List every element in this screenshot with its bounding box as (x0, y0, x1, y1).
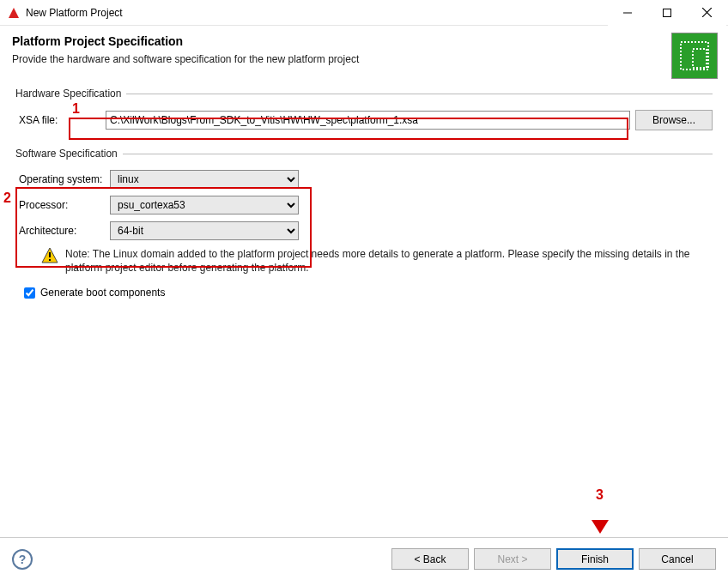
note-text: Note: The Linux domain added to the plat… (65, 247, 713, 275)
platform-icon (671, 33, 718, 79)
maximize-button[interactable] (647, 0, 687, 26)
close-button[interactable] (687, 0, 726, 26)
warning-icon (41, 247, 58, 264)
annotation-2: 2 (3, 190, 11, 206)
os-select[interactable]: linux (110, 170, 299, 189)
dialog-header: Platform Project Specification Provide t… (0, 26, 728, 76)
dialog-footer: ? < Back Next > Finish Cancel (0, 537, 728, 580)
generate-boot-checkbox[interactable] (24, 287, 35, 299)
minimize-button[interactable] (608, 0, 647, 26)
software-legend: Software Specification (15, 148, 123, 160)
svg-rect-7 (49, 259, 51, 261)
annotation-1: 1 (72, 101, 80, 117)
svg-rect-6 (49, 252, 51, 257)
hardware-legend: Hardware Specification (15, 88, 126, 100)
os-label: Operating system: (15, 173, 110, 185)
xsa-file-input[interactable] (106, 111, 630, 130)
browse-button[interactable]: Browse... (635, 110, 713, 130)
processor-label: Processor: (15, 199, 110, 211)
svg-rect-4 (681, 42, 708, 69)
back-button[interactable]: < Back (391, 548, 469, 570)
help-button[interactable]: ? (12, 549, 33, 570)
next-button: Next > (474, 548, 551, 570)
processor-select[interactable]: psu_cortexa53 (110, 196, 299, 214)
window-title: New Platform Project (26, 7, 608, 19)
page-title: Platform Project Specification (12, 34, 716, 48)
xsa-file-label: XSA file: (15, 114, 106, 126)
architecture-label: Architecture: (15, 225, 110, 237)
page-description: Provide the hardware and software specif… (12, 53, 716, 65)
software-spec-group: Software Specification Operating system:… (15, 148, 713, 299)
app-icon (7, 6, 21, 20)
generate-boot-label: Generate boot components (40, 287, 165, 299)
annotation-arrow-3 (587, 501, 613, 535)
generate-boot-checkbox-row[interactable]: Generate boot components (24, 287, 713, 299)
finish-button[interactable]: Finish (556, 548, 634, 570)
hardware-spec-group: Hardware Specification XSA file: Browse.… (15, 88, 713, 136)
titlebar: New Platform Project (0, 0, 728, 26)
svg-rect-5 (693, 49, 707, 68)
cancel-button[interactable]: Cancel (639, 548, 716, 570)
svg-rect-1 (664, 9, 671, 16)
architecture-select[interactable]: 64-bit (110, 221, 299, 240)
